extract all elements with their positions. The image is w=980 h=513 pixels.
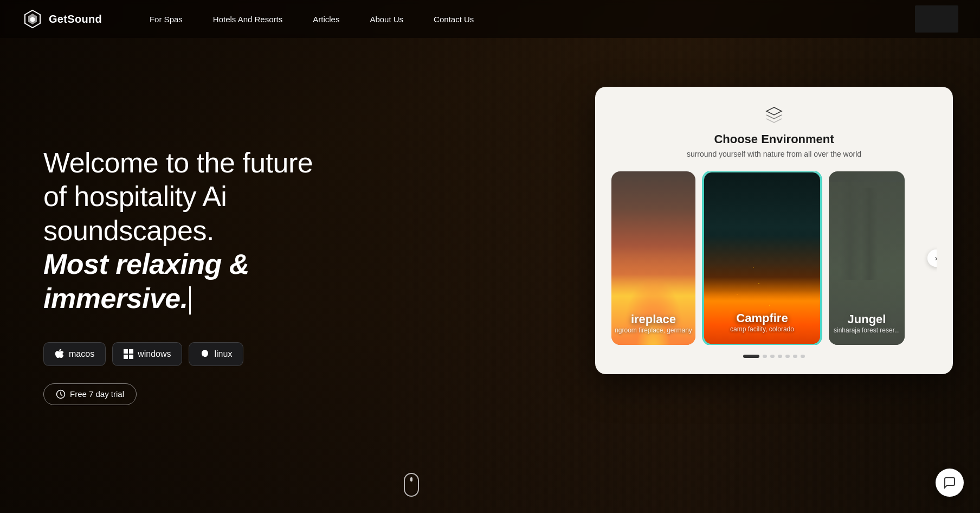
environment-card: Choose Environment surround yourself wit… — [595, 87, 953, 374]
chat-icon — [943, 476, 956, 489]
campfire-name: Campfire — [704, 311, 820, 325]
logo[interactable]: GetSound — [22, 8, 102, 30]
logo-text: GetSound — [49, 13, 102, 25]
env-card-title: Choose Environment — [714, 132, 834, 146]
nav-cta-button[interactable] — [915, 5, 958, 33]
windows-label: windows — [138, 349, 171, 359]
svg-rect-0 — [124, 349, 128, 354]
nav-articles[interactable]: Articles — [298, 0, 354, 38]
nav-about-us[interactable]: About Us — [354, 0, 418, 38]
dot-5[interactable] — [785, 355, 790, 358]
fireplace-sublabel: ngroom fireplace, germany — [611, 326, 695, 334]
campfire-sublabel: camp facility, colorado — [704, 325, 820, 333]
nav-for-spas[interactable]: For Spas — [134, 0, 198, 38]
env-item-fireplace[interactable]: ireplace ngroom fireplace, germany — [611, 171, 695, 345]
linux-button[interactable]: linux — [189, 342, 243, 366]
carousel-next-button[interactable]: › — [927, 249, 937, 267]
hero-title-line1: Welcome to the future — [43, 147, 313, 178]
svg-rect-2 — [124, 355, 128, 359]
chat-button[interactable] — [936, 469, 964, 497]
layers-icon — [763, 103, 785, 127]
scroll-indicator — [404, 473, 419, 497]
macos-label: macos — [69, 349, 94, 359]
platform-buttons: macos windows linux — [43, 342, 369, 366]
dot-4[interactable] — [778, 355, 782, 358]
logo-icon — [22, 8, 43, 30]
dot-1[interactable] — [743, 355, 759, 358]
hero-title-italic: Most relaxing & immersive. — [43, 248, 249, 313]
trial-button[interactable]: Free 7 day trial — [43, 383, 137, 405]
jungle-sublabel: sinharaja forest reser... — [829, 326, 905, 334]
navbar: GetSound For Spas Hotels And Resorts Art… — [0, 0, 980, 38]
scroll-mouse — [404, 473, 419, 497]
apple-icon — [55, 349, 65, 359]
hero-content: Welcome to the future of hospitality Ai … — [43, 146, 369, 405]
macos-button[interactable]: macos — [43, 342, 106, 366]
env-item-campfire[interactable]: Campfire camp facility, colorado — [703, 171, 821, 345]
linux-icon — [200, 349, 210, 359]
trial-label: Free 7 day trial — [70, 389, 124, 399]
jungle-label: Jungel sinharaja forest reser... — [829, 312, 905, 334]
dot-7[interactable] — [801, 355, 805, 358]
svg-point-4 — [203, 352, 204, 354]
env-item-jungle[interactable]: Jungel sinharaja forest reser... — [829, 171, 905, 345]
fireplace-label: ireplace ngroom fireplace, germany — [611, 312, 695, 334]
windows-button[interactable]: windows — [112, 342, 182, 366]
clock-icon — [56, 389, 66, 399]
scroll-dot — [410, 477, 412, 482]
hero-title-line2: of hospitality Ai soundscapes. — [43, 181, 227, 246]
nav-contact-us[interactable]: Contact Us — [418, 0, 489, 38]
cursor — [189, 286, 191, 315]
dot-2[interactable] — [763, 355, 767, 358]
jungle-name: Jungel — [829, 312, 905, 326]
hero-title: Welcome to the future of hospitality Ai … — [43, 146, 369, 315]
windows-icon — [124, 349, 133, 359]
svg-rect-1 — [129, 349, 133, 354]
nav-hotels-resorts[interactable]: Hotels And Resorts — [198, 0, 298, 38]
svg-rect-3 — [129, 355, 133, 359]
fireplace-name: ireplace — [611, 312, 695, 326]
linux-label: linux — [214, 349, 232, 359]
dot-6[interactable] — [793, 355, 797, 358]
nav-links: For Spas Hotels And Resorts Articles Abo… — [134, 0, 915, 38]
carousel-dots — [743, 355, 805, 358]
svg-point-5 — [205, 352, 207, 354]
environment-carousel: ireplace ngroom fireplace, germany Campf… — [611, 171, 937, 345]
dot-3[interactable] — [770, 355, 775, 358]
campfire-label: Campfire camp facility, colorado — [704, 311, 820, 333]
hero-section: Welcome to the future of hospitality Ai … — [0, 38, 980, 513]
env-card-subtitle: surround yourself with nature from all o… — [687, 150, 861, 158]
